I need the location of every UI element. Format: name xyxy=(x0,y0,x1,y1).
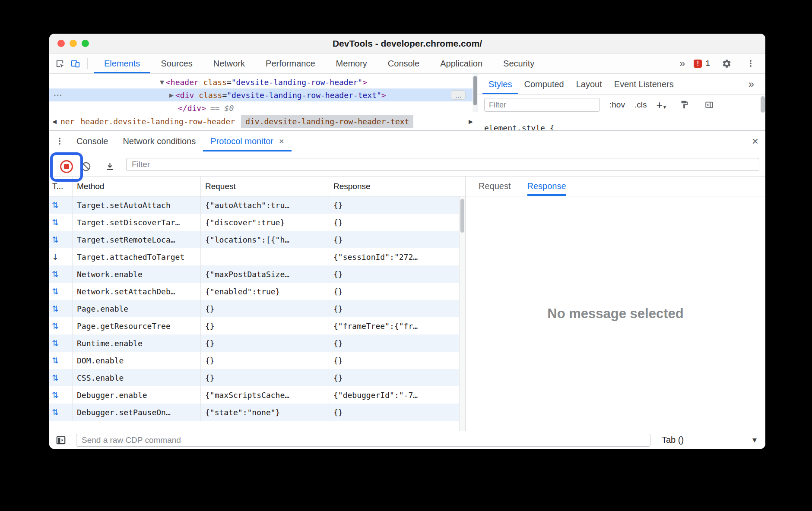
breadcrumb-scroll-left-icon[interactable]: ◀ xyxy=(50,112,59,130)
table-scrollbar[interactable] xyxy=(459,196,465,431)
panel-tab[interactable]: Elements xyxy=(94,54,150,73)
table-row[interactable]: ⇅ DOM.enable {} {} xyxy=(49,352,465,369)
panel-tab[interactable]: Security xyxy=(493,54,545,73)
tag-open: <header xyxy=(166,78,199,87)
protocol-monitor-split: T... Method Request Response ⇅ Target.se… xyxy=(49,177,765,431)
inspect-element-icon[interactable] xyxy=(52,56,67,71)
table-row[interactable]: ⇅ Runtime.enable {} {} xyxy=(49,334,465,352)
dom-scrollbar[interactable] xyxy=(473,74,478,112)
column-header-type[interactable]: T... xyxy=(49,177,73,196)
breadcrumb-item-selected-div[interactable]: div.devsite-landing-row-header-text xyxy=(241,115,413,128)
panel-tab[interactable]: Memory xyxy=(326,54,377,73)
panel-tab[interactable]: Application xyxy=(430,54,493,73)
close-tab-icon[interactable]: × xyxy=(279,136,284,146)
table-row[interactable]: ⇅ Target.setAutoAttach {"autoAttach":tru… xyxy=(49,196,465,214)
close-drawer-icon[interactable]: × xyxy=(752,136,758,147)
gutter-ellipsis-icon[interactable]: ⋯ xyxy=(54,88,62,101)
element-classes-button[interactable]: .cls xyxy=(634,100,647,110)
drawer-tab-network-conditions[interactable]: Network conditions xyxy=(115,131,203,151)
issues-counter[interactable]: ! 1 xyxy=(694,59,710,68)
styles-scrollbar-thumb[interactable] xyxy=(761,96,765,113)
save-messages-icon[interactable] xyxy=(105,161,115,173)
response-cell: {} xyxy=(329,283,465,300)
column-header-method[interactable]: Method xyxy=(73,177,201,196)
table-row[interactable]: ⇅ Network.setAttachDeb… {"enabled":true}… xyxy=(49,283,465,300)
table-row[interactable]: ⇅ Target.setRemoteLoca… {"locations":[{"… xyxy=(49,231,465,248)
table-row[interactable]: ↓ Target.attachedToTarget {"sessionId":"… xyxy=(49,248,465,265)
device-toolbar-icon[interactable] xyxy=(67,56,83,71)
column-header-request[interactable]: Request xyxy=(201,177,329,196)
breadcrumb-item-partial[interactable]: ner xyxy=(60,117,75,126)
method-cell: Target.setAutoAttach xyxy=(73,196,201,214)
detail-tab[interactable]: Response xyxy=(527,177,566,196)
settings-gear-icon[interactable] xyxy=(719,56,734,71)
response-cell: {} xyxy=(329,214,465,231)
drawer-tab-console[interactable]: Console xyxy=(69,131,115,151)
response-cell: {} xyxy=(329,369,465,386)
drawer-menu-kebab-icon[interactable] xyxy=(54,137,66,145)
format-painter-icon[interactable] xyxy=(676,97,692,113)
more-tabs-icon[interactable]: » xyxy=(679,57,685,69)
table-row[interactable]: ⇅ Page.enable {} {} xyxy=(49,300,465,317)
styles-filter-input[interactable] xyxy=(484,98,600,112)
scrollbar-thumb[interactable] xyxy=(460,199,464,233)
table-row[interactable]: ⇅ Debugger.enable {"maxScriptsCache… {"d… xyxy=(49,386,465,404)
equals: = xyxy=(227,78,232,87)
protocol-filter-input[interactable] xyxy=(126,158,759,171)
tag-close: > xyxy=(362,78,367,87)
table-row[interactable]: ⇅ CSS.enable {} {} xyxy=(49,369,465,386)
protocol-table: T... Method Request Response ⇅ Target.se… xyxy=(49,177,466,431)
cdp-command-input[interactable] xyxy=(76,434,650,447)
method-cell: Target.attachedToTarget xyxy=(73,248,201,265)
protocol-table-body: ⇅ Target.setAutoAttach {"autoAttach":tru… xyxy=(49,196,465,431)
table-row[interactable]: ⇅ Network.enable {"maxPostDataSize… {} xyxy=(49,265,465,283)
styles-more-tabs-icon[interactable]: » xyxy=(749,78,754,90)
type-cell: ⇅ xyxy=(49,300,73,317)
titlebar[interactable]: DevTools - developer.chrome.com/ xyxy=(49,34,765,54)
devtools-menu-kebab-icon[interactable] xyxy=(743,56,758,71)
panel-tab[interactable]: Sources xyxy=(150,54,203,73)
drawer-tab-protocol-monitor[interactable]: Protocol monitor × xyxy=(203,131,291,151)
expand-arrow-icon[interactable]: ▶ xyxy=(168,92,175,98)
table-row[interactable]: ⇅ Page.getResourceTree {} {"frameTree":{… xyxy=(49,317,465,334)
toggle-element-state-button[interactable]: :hov xyxy=(609,100,625,110)
toggle-sidebar-icon[interactable] xyxy=(54,435,67,446)
direction-icon: ⇅ xyxy=(52,356,59,365)
type-cell: ⇅ xyxy=(49,265,73,283)
panel-tab[interactable]: Network xyxy=(203,54,255,73)
new-style-rule-button[interactable]: +▼ xyxy=(656,99,667,111)
method-cell: CSS.enable xyxy=(73,369,201,386)
target-selector[interactable]: Tab () ▼ xyxy=(650,435,765,445)
scrollbar-thumb[interactable] xyxy=(473,76,477,105)
panel-tab[interactable]: Performance xyxy=(255,54,326,73)
styles-tab[interactable]: Layout xyxy=(570,74,608,94)
request-cell: {} xyxy=(201,334,329,352)
styles-tab[interactable]: Computed xyxy=(518,74,570,94)
detail-tab[interactable]: Request xyxy=(479,177,511,196)
dom-node-selected-div[interactable]: ⋯ ▶<div class="devsite-landing-row-heade… xyxy=(49,88,473,101)
toggle-computed-sidebar-icon[interactable] xyxy=(701,97,717,113)
panel-tab[interactable]: Console xyxy=(377,54,430,73)
styles-tab[interactable]: Styles xyxy=(482,74,518,94)
type-cell: ⇅ xyxy=(49,334,73,352)
column-header-response[interactable]: Response xyxy=(329,177,465,196)
clear-icon[interactable] xyxy=(80,161,92,173)
node-more-button[interactable]: … xyxy=(451,90,466,100)
direction-icon: ⇅ xyxy=(52,218,59,227)
request-cell: {"autoAttach":tru… xyxy=(201,196,329,214)
collapse-arrow-icon[interactable]: ▼ xyxy=(158,79,166,85)
attr-value: "devsite-landing-row-header" xyxy=(232,78,362,87)
breadcrumb-item-header[interactable]: header.devsite-landing-row-header xyxy=(81,117,235,126)
tag-open: <div xyxy=(175,91,194,100)
record-button[interactable] xyxy=(60,160,73,173)
drawer-tab-label: Protocol monitor xyxy=(210,136,273,146)
table-row[interactable]: ⇅ Target.setDiscoverTar… {"discover":tru… xyxy=(49,214,465,231)
table-row[interactable]: ⇅ Debugger.setPauseOn… {"state":"none"} … xyxy=(49,404,465,421)
closing-tag: </div> xyxy=(178,104,206,113)
styles-tab[interactable]: Event Listeners xyxy=(608,74,680,94)
request-cell: {"maxScriptsCache… xyxy=(201,386,329,404)
element-style-rule[interactable]: element.style { xyxy=(484,123,555,130)
dom-node-header[interactable]: ▼<header class="devsite-landing-row-head… xyxy=(49,76,473,88)
breadcrumb-scroll-right-icon[interactable]: ▶ xyxy=(466,112,475,130)
direction-icon: ⇅ xyxy=(52,235,59,244)
